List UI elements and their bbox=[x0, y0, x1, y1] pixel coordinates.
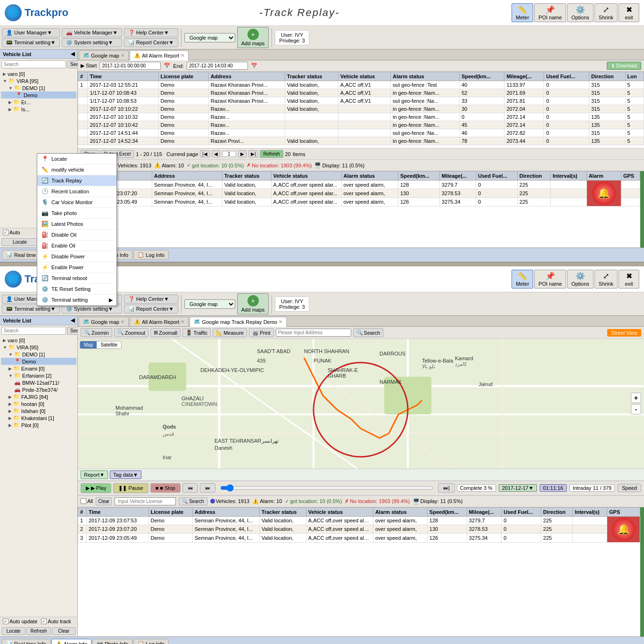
ctx-track-replay[interactable]: 🔄 Track Replay bbox=[37, 175, 116, 186]
zoomall-button[interactable]: ⊞ Zoomall bbox=[150, 328, 181, 337]
ctx-te-reset[interactable]: ⚙️ TE Reset Setting bbox=[37, 284, 116, 295]
next-frame-button[interactable]: ⏭ bbox=[200, 483, 215, 493]
auto-track-b[interactable]: Auto track bbox=[41, 619, 71, 624]
poi-button[interactable]: 📌 POI name bbox=[534, 3, 566, 22]
ctx-photo[interactable]: 📷 Take photo bbox=[37, 208, 116, 219]
locate-btn-b[interactable]: Locate bbox=[1, 627, 25, 635]
table-row[interactable]: 2017-12-09 23:05:49 Semnan Province, 44,… bbox=[78, 198, 640, 206]
right-scrollbar[interactable] bbox=[640, 171, 644, 248]
ctx-disable-power[interactable]: ⚡ Disable Power bbox=[37, 251, 116, 262]
tree-item-varo[interactable]: ▶ varo [0] bbox=[1, 71, 76, 77]
panel-collapse-icon[interactable]: ◀ bbox=[71, 51, 74, 57]
clear-input-button[interactable]: Clear bbox=[96, 497, 112, 505]
measure-button[interactable]: 📐 Measure bbox=[213, 328, 247, 337]
tab-alarm-report[interactable]: ⚠️ All Alarm Report ✕ bbox=[130, 50, 189, 60]
tag-data-button[interactable]: Tag data▼ bbox=[110, 471, 141, 479]
ctx-recent[interactable]: 🕐 Recent Location bbox=[37, 186, 116, 197]
exit-button[interactable]: ✖ exit bbox=[619, 3, 639, 22]
search-map-button[interactable]: 🔍 Search bbox=[353, 328, 384, 337]
next-page[interactable]: ▶ bbox=[238, 150, 247, 157]
prev-page[interactable]: ◀ bbox=[212, 150, 220, 157]
locate-button[interactable]: Locate bbox=[1, 238, 38, 246]
options-button[interactable]: ⚙️ Options bbox=[567, 3, 594, 22]
table-row[interactable]: 2017-12-09 23:07:20 Semnan Province, 44,… bbox=[78, 189, 640, 198]
clear-btn-b[interactable]: Clear bbox=[52, 627, 76, 635]
tree-pride-b[interactable]: 🚗 Pride-37be374/ bbox=[1, 386, 76, 393]
terminal-setting-menu[interactable]: 📟 Terminal setting▼ bbox=[2, 38, 60, 47]
tree-isfahan-b[interactable]: ▶ 📁 Isfahan [0] bbox=[1, 407, 76, 414]
table-row[interactable]: 1/17-12-07 10:08:53 Demo Razavi Khorasan… bbox=[78, 97, 644, 105]
meter-button[interactable]: 📏 Meter bbox=[512, 3, 533, 22]
replay-slider[interactable] bbox=[220, 484, 433, 492]
end-button[interactable]: ⏭| bbox=[438, 483, 455, 493]
tree-item-demo1[interactable]: ▼ 📁 DEMO [1] bbox=[1, 84, 76, 91]
search-bottom-button[interactable]: 🔍 Search bbox=[179, 497, 207, 505]
tab-alarm-close-b[interactable]: ✕ bbox=[181, 319, 184, 324]
tab-google-map-b[interactable]: 🗺️ Google map ✕ bbox=[79, 317, 129, 326]
bottom-tab-photo-b[interactable]: 📷 Photo Info bbox=[92, 639, 132, 644]
exit-button-bottom[interactable]: ✖ exit bbox=[619, 270, 639, 289]
vehicle-search-input-bottom[interactable] bbox=[1, 327, 66, 335]
traffic-button[interactable]: 🚦 Traffic bbox=[182, 328, 211, 337]
map-type-map[interactable]: Map bbox=[80, 341, 97, 348]
refresh-alarm-button[interactable]: Refresh bbox=[260, 150, 283, 158]
tree-demo1-b[interactable]: ▼ 📁 DEMO [1] bbox=[1, 351, 76, 358]
tab-map-close[interactable]: ✕ bbox=[121, 53, 124, 58]
table-row[interactable]: 2 2017-12-09 23:07:20 Demo Semnan Provin… bbox=[78, 525, 640, 533]
stop-button[interactable]: ■ ■ Stop bbox=[150, 483, 181, 493]
play-button[interactable]: ▶ ▶ Play bbox=[81, 483, 111, 493]
end-date-input[interactable] bbox=[187, 62, 248, 70]
tree-item-is[interactable]: ▶ 📁 Is... bbox=[1, 106, 76, 113]
tab-replay-b[interactable]: 🗺️ Google map Track Replay Demo ✕ bbox=[190, 317, 287, 327]
report-center-menu[interactable]: 📊 Report Center▼ bbox=[124, 38, 178, 47]
user-manager-menu[interactable]: 👤 User Manager▼ bbox=[2, 28, 60, 37]
table-row[interactable]: 1 2017-12-0... Semnan Province, 44, I...… bbox=[78, 181, 640, 189]
table-row[interactable]: 2017-12-07 14:51:44 Demo Razav... out ge… bbox=[78, 129, 644, 137]
bottom-tab-log-b[interactable]: 📋 Log Info bbox=[133, 639, 169, 644]
zoom-out-btn[interactable]: - bbox=[631, 404, 641, 414]
help-center-menu[interactable]: ❓ Help Center▼ bbox=[124, 28, 178, 37]
alarm-table-scroll[interactable]: # Time License plate Address Tracker sta… bbox=[78, 72, 644, 148]
tree-vira-b[interactable]: ▼ 📁 VIRA [95] bbox=[1, 344, 76, 351]
ctx-voice[interactable]: 🎙️ Car Voice Monitor bbox=[37, 197, 116, 208]
table-row[interactable]: 2017-12-07 10:10:32 Demo Razav... in geo… bbox=[78, 113, 644, 121]
ctx-locate[interactable]: 📍 Locate bbox=[37, 154, 116, 165]
tree-hootan-b[interactable]: ▶ 📁 hootan [0] bbox=[1, 400, 76, 407]
street-view-button[interactable]: Street View bbox=[607, 329, 641, 337]
bottom-alarm-scroll[interactable]: # Time License plate Address Tracker sta… bbox=[78, 507, 640, 637]
speed-button[interactable]: Speed bbox=[618, 484, 641, 492]
shrink-button-bottom[interactable]: ⤢ Shrink bbox=[594, 270, 618, 289]
table-row[interactable]: 2017-12-07 10:10:42 Demo Razav... in geo… bbox=[78, 121, 644, 129]
tab-map-close-b[interactable]: ✕ bbox=[121, 319, 124, 324]
system-setting-menu[interactable]: ⚙️ System setting▼ bbox=[62, 38, 122, 47]
address-input[interactable] bbox=[276, 329, 351, 337]
refresh-btn-b[interactable]: Refresh bbox=[26, 627, 50, 635]
auto-update-checkbox[interactable]: Auto bbox=[3, 230, 20, 235]
map-container[interactable]: Map Satellite bbox=[78, 339, 644, 469]
tree-demo-b[interactable]: 📍 Demo bbox=[1, 358, 76, 365]
bottom-tab-log[interactable]: 📋 Log Info bbox=[133, 250, 169, 260]
tree-khak-b[interactable]: ▶ 📁 Khakestani [1] bbox=[1, 414, 76, 421]
pause-button[interactable]: ❚❚ Pause bbox=[113, 483, 148, 493]
ctx-latest-photos[interactable]: 🖼️ Latest Photos bbox=[37, 219, 116, 230]
add-maps-button-bottom[interactable]: + Add maps bbox=[237, 293, 269, 314]
map-select[interactable]: Google map bbox=[184, 33, 235, 42]
ctx-disable-oil[interactable]: ⛽ Disable Oil bbox=[37, 230, 116, 240]
tab-google-map[interactable]: 🗺️ Google map ✕ bbox=[79, 50, 129, 60]
report-button[interactable]: Report▼ bbox=[81, 471, 108, 479]
last-page[interactable]: ▶| bbox=[248, 150, 258, 157]
shrink-button[interactable]: ⤢ Shrink bbox=[594, 3, 618, 22]
ctx-enable-power[interactable]: ⚡ Enable Power bbox=[37, 262, 116, 273]
ctx-terminal-reboot[interactable]: 🔄 Terminal reboot bbox=[37, 273, 116, 284]
prev-frame-button[interactable]: ⏮ bbox=[182, 483, 198, 493]
report-center-menu-bottom[interactable]: 📊 Report Center▼ bbox=[124, 305, 178, 314]
print-button[interactable]: 🖨️ Print bbox=[249, 328, 274, 337]
ctx-modify[interactable]: ✏️ modify vehicle bbox=[37, 165, 116, 175]
meter-button-bottom[interactable]: 📏 Meter bbox=[512, 270, 533, 289]
table-row[interactable]: 1 2017-12-03 12:55:21 Demo Razavi Khoras… bbox=[78, 81, 644, 89]
auto-update-b[interactable]: Auto update bbox=[3, 619, 37, 624]
tree-item-vira[interactable]: ▼ 📁 VIRA [95] bbox=[1, 77, 76, 84]
tree-fajrg-b[interactable]: ▶ 📁 FAJRG [84] bbox=[1, 393, 76, 400]
vehicle-search-input[interactable] bbox=[1, 60, 66, 68]
tree-bmw-b[interactable]: 🚗 BMW-12sat711/ bbox=[1, 379, 76, 386]
